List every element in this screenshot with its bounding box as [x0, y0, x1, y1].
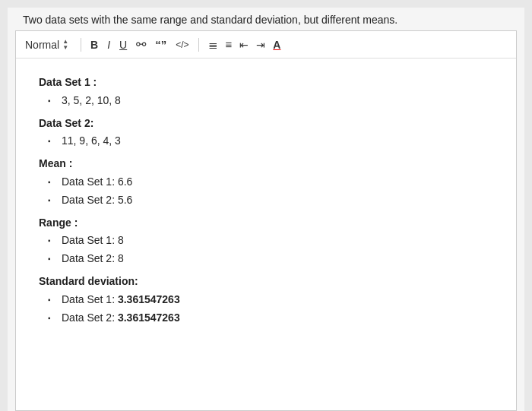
- stddev-ds1: Data Set 1: 3.361547263: [39, 291, 493, 309]
- strikethrough-button[interactable]: ⚯: [133, 36, 149, 53]
- bold-button[interactable]: B: [87, 37, 101, 52]
- subtitle-text: Two data sets with the same range and st…: [23, 14, 397, 26]
- toolbar-divider-1: [81, 38, 81, 52]
- dataset2-values: 11, 9, 6, 4, 3: [39, 132, 493, 150]
- dataset1-label: Data Set 1 :: [39, 76, 97, 88]
- mean-list: Data Set 1: 6.6 Data Set 2: 5.6: [39, 173, 493, 210]
- quote-button[interactable]: “”: [152, 36, 169, 52]
- stddev-label: Standard deviation:: [39, 275, 138, 287]
- dataset1-list: 3, 5, 2, 10, 8: [39, 92, 493, 110]
- editor-content: Data Set 1 : 3, 5, 2, 10, 8 Data Set 2: …: [16, 58, 516, 346]
- code-button[interactable]: </>: [173, 38, 192, 52]
- align-indent-right-button[interactable]: ⇥: [253, 37, 268, 52]
- align-indent-left-button[interactable]: ⇤: [236, 37, 252, 52]
- stddev-ds2-prefix: Data Set 2:: [62, 311, 118, 324]
- range-label: Range :: [39, 217, 78, 229]
- toolbar: Normal ▲ ▼ B I U ⚯ “” </> ≣ ≡ ⇤ ⇥ A: [16, 31, 516, 58]
- range-section: Range : Data Set 1: 8 Data Set 2: 8: [39, 214, 493, 268]
- mean-label: Mean :: [39, 157, 72, 169]
- italic-button[interactable]: I: [104, 37, 113, 52]
- stddev-ds2: Data Set 2: 3.361547263: [39, 309, 493, 327]
- stddev-section: Standard deviation: Data Set 1: 3.361547…: [39, 273, 493, 327]
- dataset2-section: Data Set 2: 11, 9, 6, 4, 3: [39, 115, 493, 151]
- range-ds2: Data Set 2: 8: [39, 250, 493, 268]
- stddev-ds2-value: 3.361547263: [118, 311, 180, 324]
- style-select[interactable]: Normal ▲ ▼: [25, 39, 68, 51]
- dataset2-label: Data Set 2:: [39, 117, 93, 129]
- page-wrapper: Two data sets with the same range and st…: [8, 8, 524, 411]
- range-ds1: Data Set 1: 8: [39, 232, 493, 250]
- mean-section: Mean : Data Set 1: 6.6 Data Set 2: 5.6: [39, 155, 493, 209]
- toolbar-divider-2: [198, 38, 199, 52]
- stddev-ds1-value: 3.361547263: [118, 293, 180, 305]
- mean-ds2: Data Set 2: 5.6: [39, 191, 493, 210]
- style-label: Normal: [25, 39, 59, 51]
- mean-ds1: Data Set 1: 6.6: [39, 173, 493, 191]
- align-justify-button[interactable]: ≡: [223, 36, 236, 52]
- range-list: Data Set 1: 8 Data Set 2: 8: [39, 232, 493, 268]
- font-color-button[interactable]: A: [270, 37, 283, 52]
- style-arrows[interactable]: ▲ ▼: [62, 39, 68, 51]
- stddev-list: Data Set 1: 3.361547263 Data Set 2: 3.36…: [39, 291, 493, 327]
- subtitle-bar: Two data sets with the same range and st…: [8, 8, 524, 30]
- align-list-button[interactable]: ≣: [205, 36, 221, 53]
- dataset1-values: 3, 5, 2, 10, 8: [39, 92, 493, 110]
- editor-container: Normal ▲ ▼ B I U ⚯ “” </> ≣ ≡ ⇤ ⇥ A: [15, 30, 517, 411]
- stddev-ds1-prefix: Data Set 1:: [62, 293, 118, 305]
- dataset2-list: 11, 9, 6, 4, 3: [39, 132, 493, 150]
- align-icons: ≣ ≡ ⇤ ⇥ A: [205, 36, 284, 53]
- underline-button[interactable]: U: [116, 37, 130, 52]
- dataset1-section: Data Set 1 : 3, 5, 2, 10, 8: [39, 74, 493, 110]
